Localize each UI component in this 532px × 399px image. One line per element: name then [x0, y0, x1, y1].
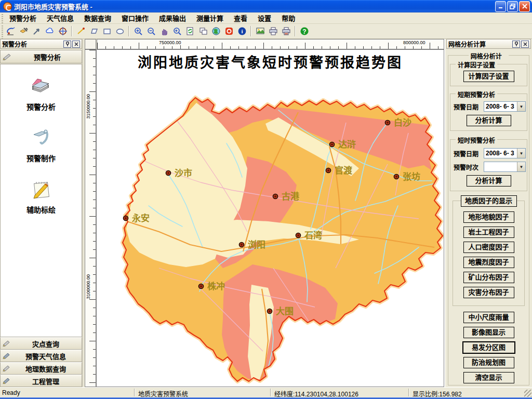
brush-icon [3, 52, 13, 62]
menu-window-ops[interactable]: 窗口操作 [116, 11, 154, 24]
disaster-factor-button[interactable]: 灾害分布因子 [463, 287, 514, 298]
population-factor-button[interactable]: 人口密度因子 [463, 242, 514, 253]
draw-rect-icon[interactable] [100, 25, 113, 37]
warning-map[interactable]: 白沙 达浒 官渡 张坊 沙市 古港 永安 石湾 浏阳 株冲 大围 浏阳地质灾害气… [97, 50, 444, 387]
bar-warning-weather-info[interactable]: 预警天气信息 [0, 350, 82, 362]
printer-icon[interactable] [267, 25, 280, 37]
printer-setup-icon[interactable] [280, 25, 292, 37]
close-button[interactable] [519, 1, 530, 12]
left-panel-bottom-bars: 灾点查询 预警天气信息 地理数据查询 工程管理 [0, 337, 82, 387]
cloud-icon[interactable] [43, 25, 56, 37]
restore-button[interactable] [507, 1, 518, 12]
nav-item-label: 预警制作 [26, 153, 56, 163]
ruler-corner [85, 39, 96, 49]
nowcast-time-combo[interactable]: ▼ [484, 162, 526, 172]
left-panel-titlebar: 预警分析 [0, 39, 82, 49]
factor-setting-button[interactable]: 计算因子设置 [463, 71, 514, 82]
bar-project-management[interactable]: 工程管理 [0, 375, 82, 387]
close-panel-icon[interactable] [521, 41, 529, 48]
stop-icon[interactable] [222, 25, 235, 37]
info-icon[interactable]: i [235, 25, 248, 37]
image-map-icon[interactable] [254, 25, 267, 37]
mine-factor-button[interactable]: 矿山分布因子 [463, 272, 514, 283]
svg-text:?: ? [302, 28, 306, 35]
zoom-extent-icon[interactable] [170, 25, 183, 37]
city-label: 白沙 [394, 117, 411, 128]
city-label: 株冲 [207, 281, 225, 291]
resize-grip[interactable] [524, 390, 531, 397]
copy-layers-icon[interactable] [196, 25, 209, 37]
nowcast-date-combo[interactable]: 2008- 6- 3 ▼ [484, 148, 526, 158]
prevention-plan-button[interactable]: 防治规划图 [463, 357, 514, 368]
weather-tool-icon [3, 377, 12, 385]
chevron-down-icon[interactable]: ▼ [517, 102, 525, 111]
grid-analysis-group: 网格分析计算 计算因子设置 计算因子设置 短期预警分析 预警日期 2008- 6… [448, 55, 529, 385]
tool-icon [30, 127, 52, 150]
draw-ellipse-icon[interactable] [113, 25, 126, 37]
terrain-factor-button[interactable]: 地形地貌因子 [463, 211, 514, 223]
warning-date-combo[interactable]: 2008- 6- 3 ▼ [484, 101, 526, 112]
menu-weather-info[interactable]: 天气信息 [42, 11, 79, 24]
target-icon[interactable] [56, 25, 69, 37]
short-term-group: 短期预警分析 预警日期 2008- 6- 3 ▼ 分析计算 [450, 94, 527, 131]
menu-help[interactable]: 帮助 [276, 11, 300, 24]
pick-arrow-icon[interactable] [30, 25, 43, 37]
menu-warning-analysis[interactable]: 预警分析 [4, 11, 42, 24]
left-panel-header[interactable]: 预警分析 [0, 50, 82, 63]
menu-output[interactable]: 成果输出 [154, 11, 191, 24]
chevron-down-icon[interactable]: ▼ [517, 162, 525, 171]
clear-display-button[interactable]: 清空显示 [463, 372, 514, 383]
seismic-factor-button[interactable]: 地震烈度因子 [463, 257, 514, 268]
zoom-in-icon[interactable] [131, 25, 144, 37]
close-panel-icon[interactable] [72, 41, 80, 48]
nav-item-warning-making[interactable]: 预警制作 [26, 127, 56, 163]
warning-date-value: 2008- 6- 3 [484, 103, 517, 110]
bar-geo-data-query[interactable]: 地理数据查询 [0, 362, 82, 375]
menu-measure[interactable]: 测量计算 [191, 11, 229, 24]
rainfall-button[interactable]: 中小尺度雨量 [463, 312, 514, 323]
draw-line-icon[interactable] [74, 25, 87, 37]
susceptibility-zoning-button[interactable]: 易发分区图 [462, 341, 515, 354]
toolbar-separator [128, 26, 129, 36]
zoom-out-icon[interactable] [144, 25, 157, 37]
toolbar-separator [71, 26, 72, 36]
radar-icon[interactable] [4, 25, 17, 37]
pin-icon[interactable] [63, 41, 71, 48]
pan-hand-icon[interactable] [157, 25, 170, 37]
toolbar-grip [0, 24, 4, 38]
imagery-button[interactable]: 影像图显示 [463, 327, 514, 338]
geotech-factor-button[interactable]: 岩土工程因子 [463, 227, 514, 238]
warning-date-label: 预警日期 [454, 102, 484, 111]
minimize-button[interactable] [495, 1, 506, 12]
draw-polygon-icon[interactable] [87, 25, 100, 37]
bar-disaster-point-query[interactable]: 灾点查询 [0, 337, 82, 350]
app-icon [3, 2, 12, 11]
status-separator [408, 389, 409, 396]
nav-item-aux-plotting[interactable]: 辅助标绘 [26, 179, 56, 215]
window-titlebar: 浏阳市地质灾害预警系统 - [0, 0, 532, 12]
city-label: 张坊 [403, 171, 420, 182]
overlay-map-icon[interactable] [17, 25, 30, 37]
help-icon[interactable]: ? [298, 25, 311, 37]
refresh-page-icon[interactable] [183, 25, 196, 37]
globe-icon[interactable] [209, 25, 222, 37]
nowcast-analyze-button[interactable]: 分析计算 [467, 175, 511, 187]
short-term-legend: 短期预警分析 [456, 90, 497, 99]
menu-settings[interactable]: 设置 [252, 11, 276, 24]
menu-data-query[interactable]: 数据查询 [79, 11, 116, 24]
menu-bar: 预警分析 天气信息 数据查询 窗口操作 成果输出 测量计算 查看 设置 帮助 [0, 12, 532, 24]
pin-icon[interactable] [512, 41, 520, 48]
nav-item-warning-analysis[interactable]: 预警分析 [26, 76, 56, 112]
menu-view[interactable]: 查看 [229, 11, 252, 24]
right-panel: 网格分析计算 网格分析计算 计算因子设置 计算因子设置 短期预警分析 预警日期 … [444, 39, 532, 387]
toolbar: i ? [0, 24, 532, 39]
city-label: 浏阳 [248, 240, 265, 250]
status-coordinates: 经纬度:114.230104,28.100126 [274, 389, 358, 398]
map-canvas[interactable]: 白沙 达浒 官渡 张坊 沙市 古港 永安 石湾 浏阳 株冲 大围 浏阳地质灾害气… [96, 49, 444, 387]
book-icon [29, 76, 53, 98]
chevron-down-icon[interactable]: ▼ [517, 149, 525, 158]
short-term-analyze-button[interactable]: 分析计算 [467, 115, 511, 126]
nav-item-label: 辅助标绘 [26, 204, 56, 215]
geo-factors-header-button[interactable]: 地质因子的显示 [461, 195, 517, 207]
toolbar-separator [295, 26, 296, 36]
